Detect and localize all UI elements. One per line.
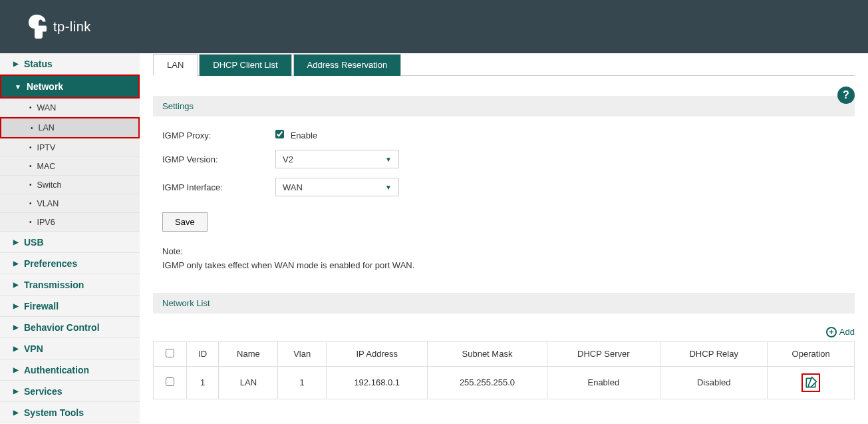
sidebar-item-firewall[interactable]: ▶Firewall	[0, 296, 140, 317]
igmp-interface-select[interactable]: WAN ▼	[275, 178, 399, 196]
sidebar-item-iptv[interactable]: IPTV	[0, 138, 140, 157]
tab-lan[interactable]: LAN	[153, 54, 198, 76]
igmp-proxy-enable[interactable]: Enable	[275, 130, 317, 140]
sidebar-label: LAN	[39, 123, 55, 132]
caret-right-icon: ▶	[13, 409, 19, 416]
help-icon[interactable]: ?	[837, 87, 855, 104]
sidebar-item-vlan[interactable]: VLAN	[0, 194, 140, 213]
cell-vlan: 1	[278, 366, 327, 399]
add-button[interactable]: + Add	[153, 327, 855, 337]
brand-name: tp-link	[53, 19, 91, 35]
form-row-igmp-proxy: IGMP Proxy: Enable	[162, 130, 855, 140]
tplink-logo-icon	[27, 15, 47, 39]
caret-right-icon: ▶	[13, 260, 19, 267]
tab-address-reservation[interactable]: Address Reservation	[293, 54, 402, 76]
brand-logo: tp-link	[27, 15, 91, 39]
col-operation: Operation	[768, 341, 855, 366]
sidebar-label: System Tools	[24, 407, 84, 418]
form-row-igmp-interface: IGMP Interface: WAN ▼	[162, 178, 855, 196]
sidebar-label: Preferences	[24, 258, 77, 269]
caret-down-icon: ▼	[15, 83, 21, 91]
chevron-down-icon: ▼	[385, 156, 392, 163]
save-button[interactable]: Save	[162, 212, 208, 232]
sidebar-label: Switch	[37, 180, 62, 190]
cell-id: 1	[187, 366, 219, 399]
caret-right-icon: ▶	[13, 387, 19, 395]
cell-dhcp-relay: Disabled	[660, 366, 768, 399]
col-dhcp-relay: DHCP Relay	[660, 341, 768, 366]
app-header: tp-link	[0, 0, 868, 53]
form-row-igmp-version: IGMP Version: V2 ▼	[162, 150, 855, 168]
cell-mask: 255.255.255.0	[428, 366, 547, 399]
igmp-proxy-checkbox[interactable]	[275, 130, 284, 138]
sidebar-item-preferences[interactable]: ▶Preferences	[0, 253, 140, 274]
select-value: WAN	[283, 182, 303, 192]
caret-right-icon: ▶	[13, 238, 19, 246]
sidebar-label: IPV6	[37, 218, 55, 227]
col-ip-address: IP Address	[327, 341, 428, 366]
sidebar-label: Behavior Control	[24, 322, 100, 333]
sidebar-item-switch[interactable]: Switch	[0, 176, 140, 194]
igmp-version-label: IGMP Version:	[162, 154, 275, 164]
sidebar-item-status[interactable]: ▶Status	[0, 53, 140, 75]
col-subnet-mask: Subnet Mask	[428, 341, 547, 366]
table-row: 1 LAN 1 192.168.0.1 255.255.255.0 Enable…	[154, 366, 855, 399]
note-text: IGMP only takes effect when WAN mode is …	[162, 259, 855, 273]
enable-label: Enable	[291, 130, 317, 140]
sidebar-label: Network	[27, 81, 63, 92]
main-content: LAN DHCP Client List Address Reservation…	[140, 53, 868, 423]
sidebar-item-services[interactable]: ▶Services	[0, 381, 140, 402]
network-list-table: ID Name Vlan IP Address Subnet Mask DHCP…	[153, 341, 855, 399]
igmp-interface-label: IGMP Interface:	[162, 182, 275, 192]
sidebar-label: Status	[24, 59, 53, 69]
section-settings: Settings	[153, 96, 855, 116]
section-network-list: Network List	[153, 293, 855, 314]
caret-right-icon: ▶	[13, 366, 19, 373]
sidebar-item-transmission[interactable]: ▶Transmission	[0, 274, 140, 296]
sidebar-item-behavior-control[interactable]: ▶Behavior Control	[0, 317, 140, 338]
sidebar-item-system-tools[interactable]: ▶System Tools	[0, 402, 140, 423]
caret-right-icon: ▶	[13, 60, 19, 67]
caret-right-icon: ▶	[13, 302, 19, 310]
note-block: Note: IGMP only takes effect when WAN mo…	[162, 245, 855, 273]
igmp-proxy-label: IGMP Proxy:	[162, 130, 275, 140]
chevron-down-icon: ▼	[385, 184, 392, 191]
sidebar-item-vpn[interactable]: ▶VPN	[0, 338, 140, 359]
add-label: Add	[839, 327, 855, 337]
col-vlan: Vlan	[278, 341, 327, 366]
cell-operation	[768, 366, 855, 399]
sidebar-label: Services	[24, 386, 63, 397]
sidebar-subnav: WAN LAN IPTV MAC Switch VLAN IPV6	[0, 99, 140, 232]
plus-circle-icon: +	[826, 327, 837, 337]
edit-icon[interactable]	[804, 376, 817, 389]
sidebar-item-lan[interactable]: LAN	[1, 118, 138, 137]
table-header-row: ID Name Vlan IP Address Subnet Mask DHCP…	[154, 341, 855, 366]
highlight-box: LAN	[0, 117, 140, 138]
sidebar-label: USB	[24, 237, 44, 248]
sidebar-item-usb[interactable]: ▶USB	[0, 232, 140, 253]
sidebar-label: WAN	[37, 103, 57, 112]
cell-dhcp-server: Enabled	[547, 366, 660, 399]
settings-form: IGMP Proxy: Enable IGMP Version: V2 ▼ IG…	[153, 130, 855, 196]
highlight-box: ▼Network	[0, 75, 140, 99]
sidebar-label: VLAN	[37, 199, 59, 208]
caret-right-icon: ▶	[13, 323, 19, 331]
caret-right-icon: ▶	[13, 345, 19, 352]
sidebar-label: Authentication	[24, 365, 89, 375]
cell-name: LAN	[219, 366, 278, 399]
tab-bar: LAN DHCP Client List Address Reservation	[153, 53, 855, 76]
tab-dhcp-client-list[interactable]: DHCP Client List	[199, 54, 291, 76]
cell-ip: 192.168.0.1	[327, 366, 428, 399]
select-all-checkbox[interactable]	[166, 349, 174, 357]
sidebar-item-ipv6[interactable]: IPV6	[0, 213, 140, 232]
sidebar-item-authentication[interactable]: ▶Authentication	[0, 359, 140, 381]
sidebar-item-network[interactable]: ▼Network	[1, 76, 138, 97]
igmp-version-select[interactable]: V2 ▼	[275, 150, 399, 168]
col-name: Name	[219, 341, 278, 366]
sidebar-label: IPTV	[37, 143, 56, 152]
sidebar-item-wan[interactable]: WAN	[0, 99, 140, 117]
sidebar: ▶Status ▼Network WAN LAN IPTV MAC Switch…	[0, 53, 140, 423]
sidebar-label: Firewall	[24, 301, 59, 312]
sidebar-item-mac[interactable]: MAC	[0, 157, 140, 176]
row-checkbox[interactable]	[166, 377, 174, 386]
